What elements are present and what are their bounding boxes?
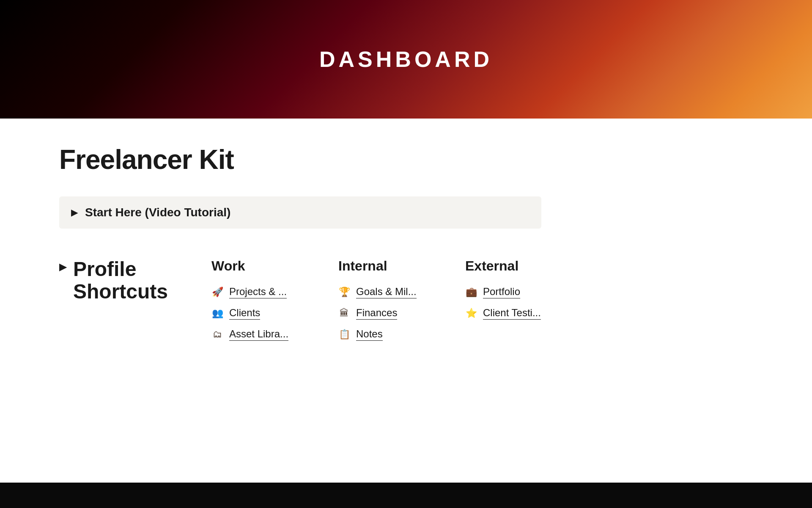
goals-item[interactable]: 🏆 Goals & Mil...: [338, 286, 448, 298]
profile-shortcuts-arrow: ▶: [59, 262, 66, 273]
start-here-toggle[interactable]: ▶ Start Here (Video Tutorial): [59, 196, 541, 229]
profile-shortcuts-column: ▶ ProfileShortcuts: [59, 258, 186, 303]
projects-label: Projects & ...: [229, 286, 287, 298]
notes-label: Notes: [356, 328, 383, 341]
asset-icon: 🗂: [211, 329, 223, 340]
header-title: DASHBOARD: [319, 47, 493, 72]
clients-icon: 👥: [211, 308, 223, 319]
bottom-bar: [0, 483, 812, 508]
client-testimonials-label: Client Testi...: [483, 307, 541, 320]
work-title: Work: [211, 258, 321, 274]
dashboard-header: DASHBOARD: [0, 0, 812, 119]
projects-item[interactable]: 🚀 Projects & ...: [211, 286, 321, 298]
shortcuts-grid: ▶ ProfileShortcuts Work 🚀 Projects & ...…: [59, 258, 753, 341]
work-items: 🚀 Projects & ... 👥 Clients 🗂 Asset Libra…: [211, 286, 321, 341]
main-content: Freelancer Kit ▶ Start Here (Video Tutor…: [0, 119, 812, 366]
external-column: External 💼 Portfolio ⭐ Client Testi...: [465, 258, 575, 320]
external-title: External: [465, 258, 575, 274]
clients-item[interactable]: 👥 Clients: [211, 307, 321, 320]
profile-shortcuts-header[interactable]: ▶ ProfileShortcuts: [59, 258, 186, 303]
star-icon: ⭐: [465, 308, 477, 319]
asset-library-item[interactable]: 🗂 Asset Libra...: [211, 328, 321, 341]
profile-shortcuts-title: ProfileShortcuts: [73, 258, 168, 303]
internal-title: Internal: [338, 258, 448, 274]
finances-label: Finances: [356, 307, 397, 320]
notes-item[interactable]: 📋 Notes: [338, 328, 448, 341]
work-column: Work 🚀 Projects & ... 👥 Clients 🗂 Asset …: [211, 258, 321, 341]
start-here-label: Start Here (Video Tutorial): [85, 206, 230, 219]
internal-items: 🏆 Goals & Mil... 🏛 Finances 📋 Notes: [338, 286, 448, 341]
goals-label: Goals & Mil...: [356, 286, 417, 298]
start-here-arrow: ▶: [71, 207, 77, 218]
page-title: Freelancer Kit: [59, 144, 753, 175]
client-testimonials-item[interactable]: ⭐ Client Testi...: [465, 307, 575, 320]
portfolio-item[interactable]: 💼 Portfolio: [465, 286, 575, 298]
asset-library-label: Asset Libra...: [229, 328, 288, 341]
rocket-icon: 🚀: [211, 287, 223, 298]
internal-column: Internal 🏆 Goals & Mil... 🏛 Finances 📋 N…: [338, 258, 448, 341]
external-items: 💼 Portfolio ⭐ Client Testi...: [465, 286, 575, 320]
trophy-icon: 🏆: [338, 287, 350, 298]
portfolio-label: Portfolio: [483, 286, 520, 298]
clients-label: Clients: [229, 307, 260, 320]
notes-icon: 📋: [338, 329, 350, 340]
finances-icon: 🏛: [338, 308, 350, 319]
portfolio-icon: 💼: [465, 287, 477, 298]
finances-item[interactable]: 🏛 Finances: [338, 307, 448, 320]
